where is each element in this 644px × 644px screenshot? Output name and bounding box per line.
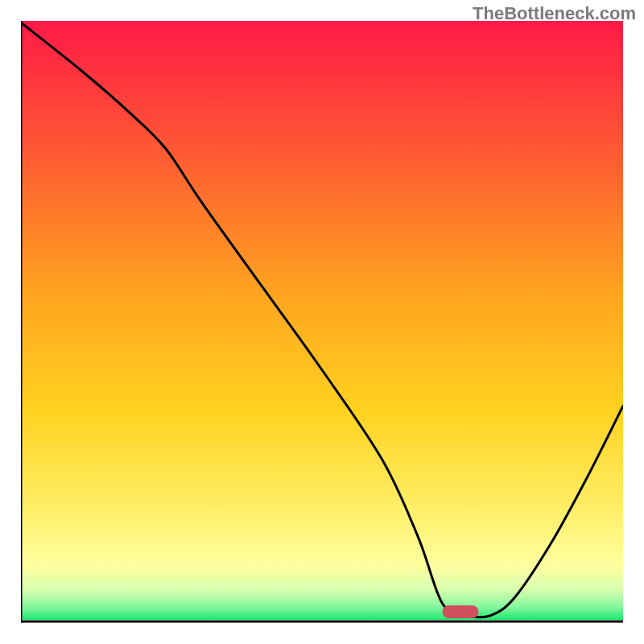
chart-svg — [21, 21, 623, 623]
gradient-background — [21, 21, 623, 620]
chart-area — [21, 21, 623, 623]
optimal-marker — [443, 605, 479, 618]
watermark-text: TheBottleneck.com — [473, 3, 636, 24]
